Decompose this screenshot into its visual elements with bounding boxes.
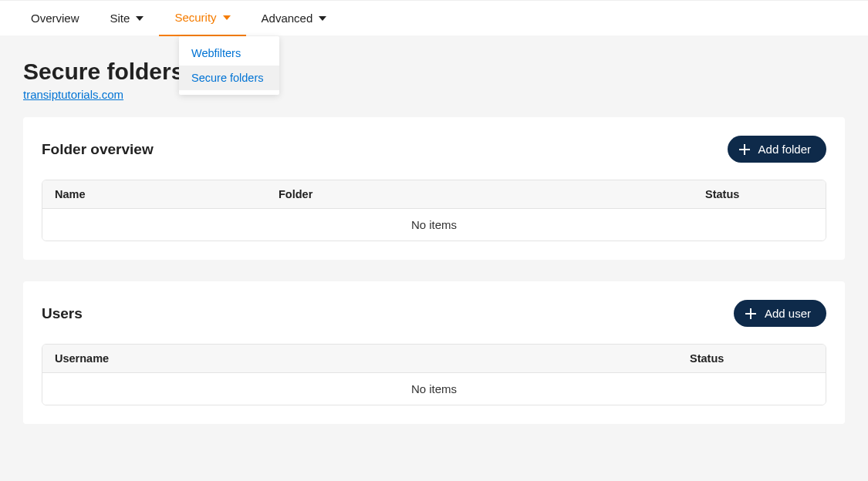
col-header-status: Status [690, 352, 813, 365]
plus-icon [738, 143, 751, 156]
button-label: Add folder [758, 143, 811, 156]
caret-down-icon [319, 15, 326, 22]
tab-site[interactable]: Site [95, 1, 160, 36]
table-empty-state: No items [42, 373, 826, 405]
page-title: Secure folders [23, 59, 845, 85]
col-header-status: Status [705, 188, 813, 200]
dropdown-item-label: Secure folders [191, 72, 264, 84]
table-header-row: Name Folder Status [42, 180, 826, 209]
tab-security[interactable]: Security [159, 1, 245, 36]
tab-label: Site [110, 12, 130, 25]
users-table: Username Status No items [42, 344, 826, 405]
panel-header: Users Add user [42, 300, 826, 327]
col-header-username: Username [55, 352, 690, 365]
table-header-row: Username Status [42, 345, 826, 373]
users-panel: Users Add user Username Status No items [23, 281, 845, 424]
add-folder-button[interactable]: Add folder [728, 136, 826, 163]
dropdown-item-webfilters[interactable]: Webfilters [179, 41, 279, 66]
security-dropdown: Webfilters Secure folders [179, 36, 279, 95]
caret-down-icon [223, 14, 231, 22]
button-label: Add user [765, 307, 811, 320]
table-empty-state: No items [42, 209, 826, 240]
tab-label: Overview [31, 12, 79, 25]
tab-overview[interactable]: Overview [15, 1, 95, 36]
add-user-button[interactable]: Add user [734, 300, 826, 327]
folder-overview-panel: Folder overview Add folder Name Folder S… [23, 117, 845, 260]
tab-advanced[interactable]: Advanced [246, 1, 343, 36]
domain-link[interactable]: transiptutorials.com [23, 88, 123, 101]
col-header-name: Name [55, 188, 279, 200]
panel-title: Users [42, 305, 83, 322]
col-header-folder: Folder [279, 188, 705, 200]
folder-table: Name Folder Status No items [42, 180, 826, 241]
page-header: Secure folders transiptutorials.com [0, 35, 868, 117]
panel-title: Folder overview [42, 141, 154, 158]
dropdown-item-label: Webfilters [191, 47, 241, 59]
plus-icon [745, 308, 757, 320]
tab-label: Security [174, 11, 216, 24]
caret-down-icon [136, 15, 144, 22]
tab-label: Advanced [262, 12, 313, 25]
top-nav: Overview Site Security Advanced Webfilte… [0, 0, 868, 35]
panel-header: Folder overview Add folder [42, 136, 826, 163]
dropdown-item-secure-folders[interactable]: Secure folders [179, 66, 279, 90]
